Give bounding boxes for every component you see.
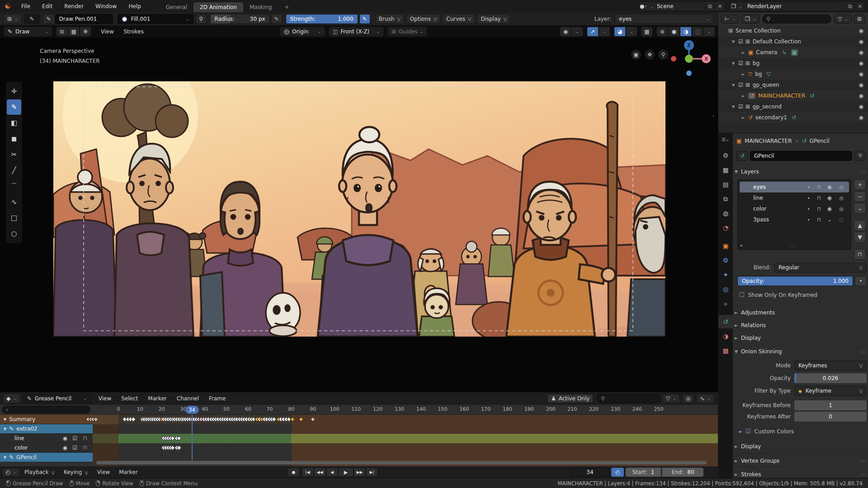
channel-search-input[interactable]: ⌕ [2,406,90,413]
timeline-menu-marker[interactable]: Marker [143,395,171,402]
menu-render[interactable]: Render [58,0,90,13]
onion-skin-icon[interactable]: ◎ [839,206,844,212]
collapse-icon[interactable]: ▼ [732,83,738,87]
channel-color[interactable]: color◉☑⊓ [0,443,93,453]
onion-skin-icon[interactable]: ○ [839,217,844,223]
timeline-interpolation-icon[interactable]: ∿⌄ [696,394,714,403]
timeline-menu-frame[interactable]: Frame [204,395,231,402]
timeline-menu-select[interactable]: Select [116,395,143,402]
shading-material-icon[interactable]: ◑ [680,27,692,37]
properties-tab-view-layer[interactable]: ⧉ [718,192,733,206]
play-button[interactable]: ▶ [338,468,354,477]
onion-display-section[interactable]: ►Display [735,441,867,451]
arc-tool[interactable]: ⌒ [7,178,21,194]
keyframes-after-field[interactable]: 0 [794,412,867,422]
view-menu[interactable]: View [96,28,118,35]
overlays-dropdown-icon[interactable]: ⌄ [626,27,637,37]
radius-pressure-button[interactable]: ✎ [271,14,282,24]
drawing-plane-dropdown[interactable]: ◫Front (X-Z)⌄ [329,27,384,37]
menu-help[interactable]: Help [123,0,146,13]
onion-opacity-field[interactable]: 0.026 [794,373,867,383]
gizmos-toggle-icon[interactable]: ↗ [587,27,599,37]
properties-tab-constraints[interactable]: ⟡ [718,297,733,310]
visibility-eye-icon[interactable]: ◉ [859,93,863,99]
render-layer-selector[interactable]: ❐⌄ RenderLayer ⧉ ✕ [730,1,865,11]
draw-tool[interactable]: ✎ [7,99,21,115]
brush-dropdown[interactable]: Brush⋁ [375,14,404,24]
erase-tool[interactable]: ◼ [7,131,21,146]
scene-unlink-button[interactable]: ✕ [715,3,725,9]
workspace-tab-masking[interactable]: Masking [243,2,278,12]
guides-dropdown[interactable]: ⊞Guides⌄ [387,27,427,37]
remove-layer-button[interactable]: − [854,191,866,202]
gpencil-id-icon-dropdown[interactable]: ↺ [736,151,748,161]
collapse-icon[interactable]: ▼ [732,105,738,109]
cutter-tool[interactable]: ✂ [7,147,21,162]
cursor-tool[interactable]: ✛ [7,84,21,99]
workspace-tab-2d-animation[interactable]: 2D Animation [193,2,243,12]
active-only-toggle[interactable]: ♟ Active Only [547,394,593,403]
channel-summary[interactable]: ▼Summary [0,415,93,424]
key-area[interactable] [93,415,718,466]
timeline-ruler[interactable]: 0102030405060708090100110120130140150160… [0,405,718,415]
properties-tab-scene[interactable]: ◍ [718,206,733,220]
properties-tab-modifiers[interactable]: ⚙ [718,253,733,267]
visibility-eye-icon[interactable]: ◉ [859,71,863,77]
channel-eye-icon[interactable]: ◉ [63,445,67,451]
layer-row-color[interactable]: color•⊓◉◎ [740,203,849,214]
layer-row-line[interactable]: line•⊓◉◎ [740,192,849,203]
outliner-row-scene-collection[interactable]: ⊞Scene Collection◉ [718,25,868,36]
outliner-search-input[interactable]: ⚲ [762,14,831,23]
play-reverse-button[interactable]: ◀ [326,468,338,477]
onion-mode-dropdown[interactable]: Keyframes⋁ [794,361,867,371]
fake-user-shield-icon[interactable]: ⛨ [854,151,866,161]
render-layer-remove-button[interactable]: ✕ [855,3,865,9]
menu-file[interactable]: File [15,0,36,13]
visibility-eye-icon[interactable]: ◉ [859,82,863,88]
record-button[interactable]: ● [288,468,300,477]
outliner-row-secondary1[interactable]: ►↺secondary1↺◉ [718,112,868,123]
curves-dropdown[interactable]: Curves⋁ [443,14,475,24]
shading-solid-icon[interactable]: ● [668,27,680,37]
mode-dropdown[interactable]: ✎ Draw⌄ [4,27,52,37]
active-layer-dropdown[interactable]: eyes⌄ [615,14,713,24]
prev-keyframe-button[interactable]: ◀◀ [314,468,326,477]
fill-tool[interactable]: ◧ [7,115,21,131]
add-workspace-button[interactable]: + [278,2,295,12]
visibility-eye-icon[interactable]: ◉ [859,103,863,110]
lock-layers-button[interactable]: ⊓ [854,249,866,260]
expand-icon[interactable]: ► [742,116,748,120]
keyframes-before-field[interactable]: 1 [794,400,867,410]
circle-tool[interactable]: ○ [7,226,21,241]
properties-tab-material[interactable]: ◑ [718,329,733,343]
lock-open-icon[interactable]: ⊓ [817,184,821,190]
outliner-filter-id-icon[interactable]: ❐⌄ [741,14,760,23]
strength-pressure-button[interactable]: ✎ [359,14,370,24]
outliner-row-camera[interactable]: ►▣Camera↳▣◉ [718,47,868,58]
tool-icon-dropdown[interactable]: ⊞⌄ [4,14,22,24]
timeline-filter-icon[interactable]: ▽⌄ [662,394,680,403]
new-collection-icon[interactable]: ⊞ [854,14,865,23]
shading-rendered-icon[interactable]: ◌ [692,27,703,37]
jump-start-button[interactable]: |◀ [302,468,314,477]
playback-menu-marker[interactable]: Marker [114,469,142,475]
blend-mode-dropdown[interactable]: Regular⋁ [774,263,867,272]
viewport-canvas[interactable]: Camera Perspective (34) MAINCHARACTER ✛✎… [0,38,718,392]
brush-datablock-icon[interactable]: ✎ [42,14,55,24]
eye-open-icon[interactable]: ◉ [827,206,832,212]
xray-toggle-icon[interactable]: ▩ [641,27,653,37]
blender-logo-icon[interactable]: ☯ [0,2,15,10]
lock-open-icon[interactable]: ⊓ [817,217,821,223]
channel-lock-icon[interactable]: ⊓ [83,435,87,441]
dopesheet-mode-dropdown[interactable]: ✎ Grease Pencil⌄ [23,394,91,404]
section-vertex-groups[interactable]: ►Vertex Groups∷∷ [735,456,867,466]
eye-open-icon[interactable]: ◉ [827,184,832,190]
properties-tab-render[interactable]: ▦ [718,163,733,177]
onion-skin-icon[interactable]: ◎ [839,184,844,190]
properties-tab-effects[interactable]: ✦ [718,268,733,282]
move-layer-up-button[interactable]: ▲ [854,220,866,231]
gpencil-id-name-field[interactable]: GPencil [750,151,852,161]
current-frame-pill[interactable]: 34 [185,406,199,414]
visibility-eye-icon[interactable]: ◉ [859,38,863,45]
multiframe-icon[interactable]: ⧉ [56,27,68,37]
